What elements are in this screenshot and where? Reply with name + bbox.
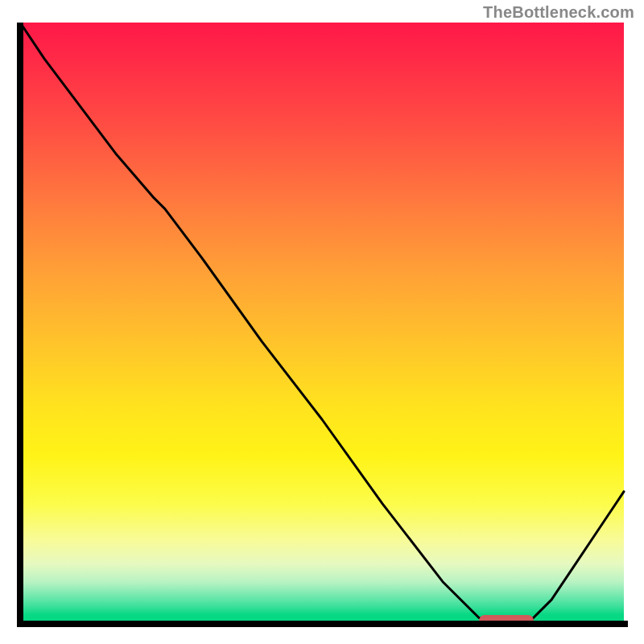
- attribution-text: TheBottleneck.com: [483, 3, 634, 22]
- chart-area: [16, 23, 628, 628]
- curve-layer: [16, 23, 628, 628]
- optimal-range-marker: [479, 615, 534, 626]
- bottleneck-curve: [20, 23, 624, 624]
